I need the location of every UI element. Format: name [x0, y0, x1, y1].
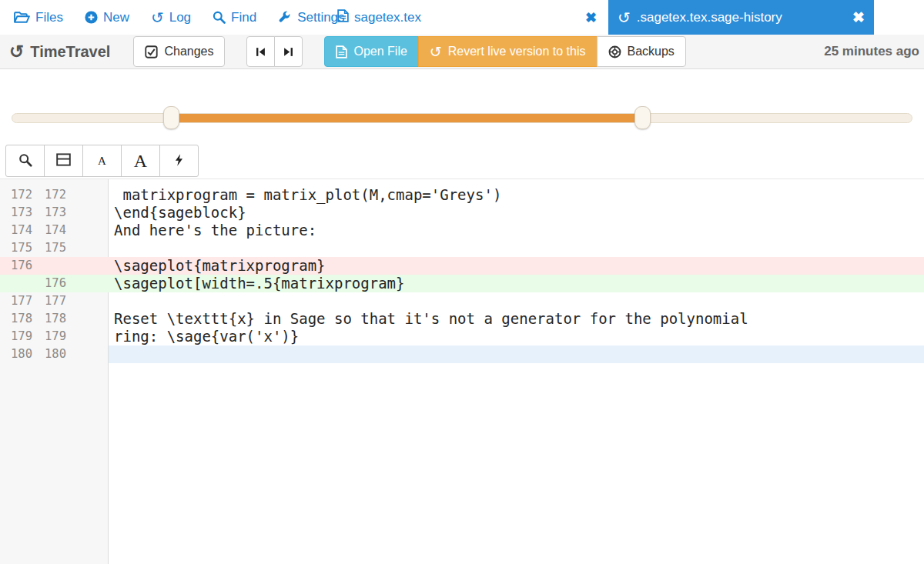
gutter-new: 180: [32, 345, 66, 363]
gutter-new: 172: [32, 186, 66, 204]
search-icon: [213, 11, 226, 24]
editor-line: 174 174 And here's the picture:: [0, 222, 924, 239]
life-ring-icon: [608, 45, 621, 58]
nav-files-label: Files: [35, 10, 63, 25]
font-decrease-icon: A: [98, 155, 106, 168]
gutter-new: 174: [32, 222, 66, 239]
checkbox-check-icon: [145, 45, 158, 58]
tab-sagetex-label: sagetex.tex: [354, 10, 421, 25]
gutter-old: 174: [0, 222, 32, 239]
code-text: ring: \sage{var('x')}: [109, 328, 924, 345]
nav-new-label: New: [103, 10, 129, 25]
slider-handle-right[interactable]: [634, 106, 651, 129]
action-button-group: Open File ↺ Revert live version to this …: [324, 36, 685, 67]
code-text: matrixprogram = matrix_plot(M,cmap='Grey…: [109, 186, 924, 204]
skip-start-icon: [255, 46, 266, 58]
timeline-slider-range: [172, 114, 644, 122]
code-text: [109, 292, 924, 310]
history-icon: ↺: [618, 10, 631, 25]
code-text: \sageplot[width=.5{matrixprogram}: [109, 275, 924, 292]
gutter-old: 179: [0, 328, 32, 345]
editor-line: 173 173 \end{sageblock}: [0, 204, 924, 222]
timetravel-title: ↺ TimeTravel: [9, 43, 110, 61]
timeline-slider-zone: [0, 70, 924, 143]
open-file-label: Open File: [353, 45, 407, 58]
gutter-old: [0, 275, 32, 292]
code-text: [109, 345, 924, 363]
editor-search-button[interactable]: [5, 145, 45, 177]
tab-sagetex-tex[interactable]: sagetex.tex ✖: [330, 0, 604, 35]
nav-new[interactable]: New: [85, 10, 129, 25]
backups-label: Backups: [628, 45, 675, 58]
gutter-old: 180: [0, 345, 32, 363]
revert-button[interactable]: ↺ Revert live version to this: [418, 36, 598, 67]
gutter-new: 175: [32, 239, 66, 257]
nav-files[interactable]: Files: [14, 10, 63, 25]
gutter-old: 177: [0, 292, 32, 310]
gutter-new: 173: [32, 204, 66, 222]
nav-find-label: Find: [231, 10, 256, 25]
skip-to-end-button[interactable]: [274, 36, 303, 67]
gutter-new: 178: [32, 310, 66, 328]
close-icon[interactable]: ✖: [852, 8, 865, 26]
nav-find[interactable]: Find: [213, 10, 256, 25]
history-icon: ↺: [430, 45, 442, 59]
editor-line: 178 178 Reset \texttt{x} in Sage so that…: [0, 310, 924, 328]
font-increase-icon: A: [134, 151, 147, 172]
editor-line-removed: 176 \sageplot{matrixprogram}: [0, 257, 924, 275]
bolt-button[interactable]: [159, 145, 199, 177]
gutter-new: 176: [32, 275, 66, 292]
gutter-old: 172: [0, 186, 32, 204]
top-toolbar: Files New ↺ Log Find Settings sagetex.te…: [0, 0, 924, 35]
skip-button-group: [246, 36, 303, 67]
gutter-new: 177: [32, 292, 66, 310]
diff-editor: 172 172 matrixprogram = matrix_plot(M,cm…: [0, 179, 924, 564]
editor-line-current: 180 180: [0, 345, 924, 363]
nav-log[interactable]: ↺ Log: [151, 10, 191, 25]
editor-line: 175 175: [0, 239, 924, 257]
tab-sage-history-label: .sagetex.tex.sage-history: [637, 10, 782, 25]
lightning-bolt-icon: [174, 153, 184, 169]
font-increase-button[interactable]: A: [121, 145, 160, 177]
gutter-old: 175: [0, 239, 32, 257]
timetravel-title-label: TimeTravel: [30, 43, 110, 61]
file-icon: [337, 9, 349, 26]
folder-open-icon: [14, 11, 30, 24]
gutter-old: 178: [0, 310, 32, 328]
code-text: Reset \texttt{x} in Sage so that it's no…: [109, 310, 924, 328]
version-timestamp: 25 minutes ago: [824, 44, 921, 59]
editor-toolbar: A A: [0, 143, 924, 179]
font-decrease-button[interactable]: A: [82, 145, 122, 177]
backups-button[interactable]: Backups: [597, 36, 686, 67]
wrench-icon: [278, 11, 292, 24]
editor-line-added: 176 \sageplot[width=.5{matrixprogram}: [0, 275, 924, 292]
plus-circle-icon: [85, 11, 98, 24]
gutter-new: 179: [32, 328, 66, 345]
split-view-icon: [56, 153, 71, 169]
open-file-icon: [336, 45, 347, 58]
history-icon: ↺: [151, 10, 164, 25]
revert-label: Revert live version to this: [448, 45, 586, 58]
editor-line: 172 172 matrixprogram = matrix_plot(M,cm…: [0, 186, 924, 204]
changes-button[interactable]: Changes: [133, 36, 225, 67]
nav-log-label: Log: [169, 10, 191, 25]
gutter-old: 173: [0, 204, 32, 222]
code-text: \sageplot{matrixprogram}: [109, 257, 924, 275]
close-icon[interactable]: ✖: [585, 9, 597, 26]
skip-end-icon: [283, 46, 294, 58]
timeline-slider-track[interactable]: [12, 113, 912, 123]
search-icon: [18, 153, 32, 169]
tab-sage-history-active[interactable]: ↺ .sagetex.tex.sage-history ✖: [608, 0, 874, 35]
editor-line: 177 177: [0, 292, 924, 310]
timetravel-toolbar: ↺ TimeTravel Changes Open File ↺ Revert …: [0, 35, 924, 69]
gutter-old: 176: [0, 257, 32, 275]
code-text: [109, 239, 924, 257]
history-icon: ↺: [9, 43, 24, 61]
code-text: \end{sageblock}: [109, 204, 924, 222]
skip-to-start-button[interactable]: [246, 36, 275, 67]
gutter-new: [32, 257, 66, 275]
code-text: And here's the picture:: [109, 222, 924, 239]
slider-handle-left[interactable]: [163, 106, 179, 129]
split-view-button[interactable]: [44, 145, 83, 177]
open-file-button[interactable]: Open File: [324, 36, 418, 67]
